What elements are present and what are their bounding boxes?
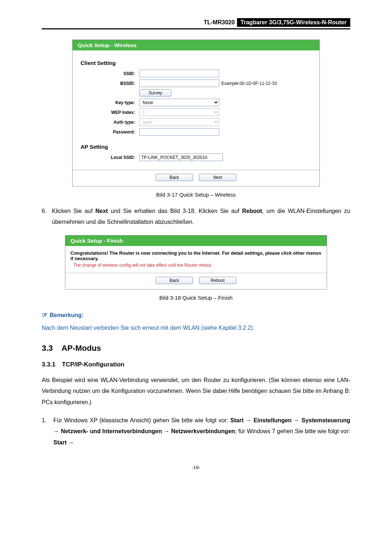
wepindex-select[interactable]: 1 <box>139 108 219 116</box>
finish-warning: The change of wireless config will not t… <box>65 263 327 273</box>
finish-back-button[interactable]: Back <box>156 277 193 284</box>
step1-number: 1. <box>42 415 53 448</box>
next-button[interactable]: Next <box>199 174 236 181</box>
authtype-select[interactable]: open <box>139 118 219 126</box>
section-3-3-1: 3.3.1TCP/IP-Konfiguration <box>42 361 350 368</box>
note-body: Nach dem Neustart verbinden Sie sich ern… <box>42 325 350 331</box>
password-label: Password: <box>81 130 139 135</box>
hand-icon: ☞ <box>42 311 48 319</box>
keytype-label: Key type: <box>81 100 139 105</box>
localssid-label: Local SSID: <box>81 155 139 160</box>
reboot-button[interactable]: Reboot <box>199 277 236 284</box>
note-heading: ☞Bemerkung: <box>42 311 350 319</box>
ssid-input[interactable] <box>139 70 219 77</box>
fig2-caption: Bild 3-18 Quick Setup – Finish <box>42 295 350 301</box>
doc-header-model: TL-MR3020 <box>201 18 237 27</box>
password-input[interactable] <box>139 128 219 136</box>
doc-header-desc: Tragbarer 3G/3,75G-Wireless-N-Router <box>237 18 350 27</box>
figure-wireless: Quick Setup - Wireless Client Setting SS… <box>42 40 350 198</box>
authtype-label: Auth type: <box>81 120 139 125</box>
wepindex-label: WEP Index: <box>81 110 139 115</box>
step1: 1. Für Windows XP (klassische Ansicht) g… <box>42 415 350 448</box>
survey-button[interactable]: Survey <box>139 89 171 97</box>
ap-setting-title: AP Setting <box>81 144 314 150</box>
step6: 6. Klicken Sie auf Next und Sie erhalten… <box>42 206 350 228</box>
finish-message: Congratulations! The Router is now conne… <box>65 246 327 263</box>
page-number: -19- <box>42 465 350 470</box>
step6-number: 6. <box>42 206 52 228</box>
keytype-select[interactable]: None <box>139 99 219 106</box>
panel-title-finish: Quick Setup - Finish <box>65 235 327 246</box>
bssid-label: BSSID: <box>81 81 139 86</box>
panel-title-wireless: Quick Setup - Wireless <box>73 40 319 50</box>
back-button[interactable]: Back <box>156 174 193 181</box>
doc-header: TL-MR3020 Tragbarer 3G/3,75G-Wireless-N-… <box>42 18 350 29</box>
bssid-hint: Example:00-1D-0F-11-22-33 <box>221 81 277 86</box>
bssid-input[interactable] <box>139 79 219 87</box>
fig1-caption: Bild 3-17 Quick Setup – Wireless <box>42 192 350 198</box>
paragraph-intro: Als Beispiel wird eine WLAN-Verbindung v… <box>42 375 350 408</box>
figure-finish: Quick Setup - Finish Congratulations! Th… <box>65 235 327 290</box>
ssid-label: SSID: <box>81 71 139 76</box>
section-3-3: 3.3AP-Modus <box>42 344 350 353</box>
client-setting-title: Client Setting <box>81 60 314 66</box>
localssid-input[interactable] <box>139 153 223 161</box>
